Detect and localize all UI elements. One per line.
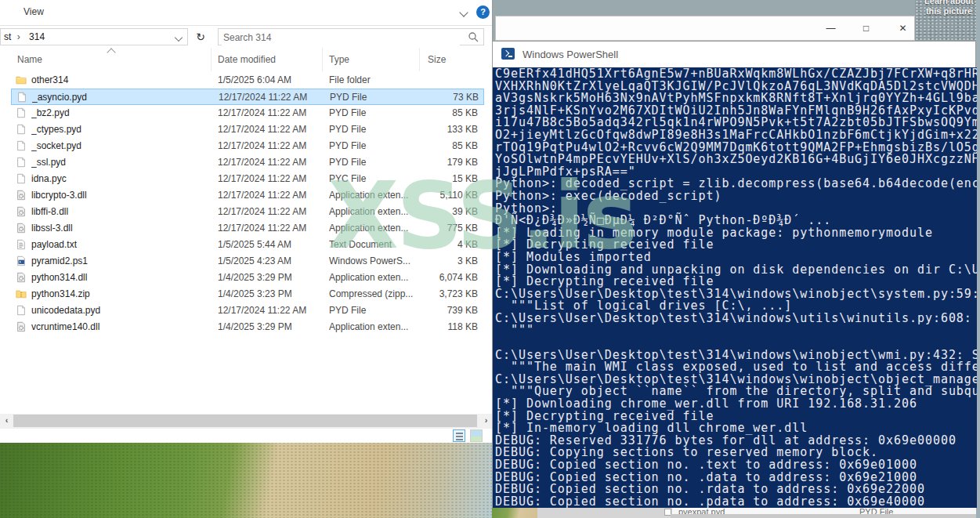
- file-type: PYD File: [329, 124, 420, 135]
- file-size: 3,723 KB: [409, 288, 478, 299]
- file-name: _bz2.pyd: [31, 107, 212, 118]
- file-name: idna.pyc: [31, 173, 212, 184]
- file-date-modified: 12/17/2024 11:22 AM: [218, 140, 326, 151]
- scroll-right-icon[interactable]: ›: [479, 414, 493, 428]
- file-date-modified: 1/5/2025 4:23 AM: [218, 255, 326, 266]
- powershell-icon: [501, 48, 515, 60]
- file-type: Windows PowerS...: [329, 255, 420, 266]
- file-gear-icon: [16, 190, 27, 201]
- fragment-scrollbar[interactable]: [671, 514, 976, 518]
- file-type: Application exten...: [329, 272, 420, 283]
- file-name: payload.txt: [31, 239, 212, 250]
- tab-view[interactable]: View: [24, 6, 44, 17]
- powershell-window: Windows PowerShell C9eERfx41dHQ51Xrt6Agn…: [492, 41, 976, 508]
- file-row[interactable]: unicodedata.pyd12/17/2024 11:22 AMPYD Fi…: [11, 302, 484, 319]
- file-row[interactable]: libcrypto-3.dll12/17/2024 11:22 AMApplic…: [11, 187, 484, 204]
- breadcrumb-parent[interactable]: st: [4, 31, 11, 42]
- file-date-modified: 1/4/2025 3:29 PM: [218, 321, 326, 332]
- column-header-name[interactable]: Name: [0, 48, 212, 71]
- wallpaper-beach: [0, 441, 495, 518]
- address-bar[interactable]: st › 314: [0, 28, 188, 45]
- help-icon[interactable]: ?: [476, 5, 490, 19]
- folder-icon: [16, 74, 27, 85]
- file-date-modified: 1/5/2025 5:44 AM: [218, 239, 326, 250]
- window-fragment-panel: [537, 508, 672, 518]
- file-size: 6,074 KB: [409, 272, 478, 283]
- file-row[interactable]: _socket.pyd12/17/2024 11:22 AMPYD File85…: [11, 138, 484, 154]
- breadcrumb-current[interactable]: 314: [29, 31, 45, 42]
- file-row[interactable]: idna.pyc12/17/2024 11:22 AMPYC File15 KB: [11, 171, 484, 187]
- folder-zip-icon: [16, 288, 27, 299]
- refresh-icon[interactable]: ↻: [191, 28, 210, 45]
- file-date-modified: 12/17/2024 11:22 AM: [218, 223, 326, 234]
- maximize-icon[interactable]: □: [848, 16, 884, 40]
- address-dropdown-icon[interactable]: [175, 34, 183, 42]
- file-row[interactable]: python314.dll1/4/2025 3:29 PMApplication…: [11, 270, 484, 286]
- file-row[interactable]: pyramid2.ps11/5/2025 4:23 AMWindows Powe…: [11, 253, 484, 270]
- file-date-modified: 12/17/2024 11:22 AM: [218, 173, 326, 184]
- file-date-modified: 12/17/2024 11:22 AM: [218, 190, 326, 201]
- file-size: 179 KB: [409, 157, 478, 168]
- file-row[interactable]: python314.zip1/4/2025 3:23 PMCompressed …: [11, 286, 484, 302]
- close-icon[interactable]: ✕: [885, 16, 920, 40]
- file-type: PYD File: [329, 140, 420, 151]
- file-name: pyramid2.ps1: [31, 255, 212, 266]
- column-header-size[interactable]: Size: [420, 48, 484, 71]
- file-icon: [16, 305, 27, 316]
- file-row[interactable]: libffi-8.dll12/17/2024 11:22 AMApplicati…: [11, 204, 484, 220]
- console-output[interactable]: C9eERfx41dHQ51Xrt6AgnE5w7+nBUaRxWqkm8WLh…: [493, 67, 977, 508]
- file-size: 133 KB: [409, 124, 478, 135]
- scroll-left-icon[interactable]: ‹: [0, 414, 13, 428]
- minimize-icon[interactable]: —: [813, 16, 848, 40]
- file-date-modified: 12/17/2024 11:22 AM: [219, 92, 327, 103]
- search-icon: [468, 31, 479, 42]
- file-icon: [16, 92, 27, 103]
- file-name: _ssl.pyd: [31, 157, 212, 168]
- background-file-window-fragment: pyexpat.pyd PYD File: [492, 508, 976, 518]
- details-view-icon[interactable]: [453, 429, 465, 442]
- ribbon-collapse-chevron-icon[interactable]: [461, 7, 467, 18]
- file-date-modified: 12/17/2024 11:22 AM: [218, 305, 326, 316]
- search-input[interactable]: [222, 30, 460, 45]
- horizontal-scrollbar[interactable]: ‹ ›: [0, 414, 493, 428]
- learn-about-picture-label[interactable]: Learn about this picture: [924, 0, 974, 16]
- console-line: C:\Users\User\Desktop\test\314\windows\u…: [495, 313, 977, 325]
- file-size: 775 KB: [409, 223, 478, 234]
- file-date-modified: 1/4/2025 3:23 PM: [218, 288, 326, 299]
- address-row: st › 314 ↻: [0, 26, 492, 48]
- file-row[interactable]: _ctypes.pyd12/17/2024 11:22 AMPYD File13…: [11, 121, 484, 138]
- powershell-titlebar[interactable]: Windows PowerShell: [493, 42, 975, 67]
- file-date-modified: 12/17/2024 11:22 AM: [218, 206, 326, 217]
- file-row[interactable]: _ssl.pyd12/17/2024 11:22 AMPYD File179 K…: [11, 154, 484, 171]
- file-row[interactable]: payload.txt1/5/2025 5:44 AMText Document…: [11, 237, 484, 253]
- file-type: PYD File: [329, 157, 420, 168]
- file-row[interactable]: libssl-3.dll12/17/2024 11:22 AMApplicati…: [11, 220, 484, 237]
- scrollbar-thumb[interactable]: [13, 415, 477, 427]
- file-gear-icon: [16, 272, 27, 283]
- file-type: Compressed (zipp...: [329, 288, 420, 299]
- file-icon: [16, 140, 27, 151]
- column-header-type[interactable]: Type: [323, 48, 420, 71]
- file-type: PYD File: [330, 92, 421, 103]
- ribbon-bar: View ?: [0, 0, 492, 26]
- console-line: """: [495, 324, 977, 337]
- file-row[interactable]: _asyncio.pyd12/17/2024 11:22 AMPYD File7…: [11, 89, 484, 105]
- file-name: libffi-8.dll: [31, 206, 212, 217]
- column-header-date-modified[interactable]: Date modified: [212, 48, 323, 71]
- file-name: python314.zip: [31, 288, 212, 299]
- console-line: Python>: exec(decoded_script): [495, 190, 977, 203]
- file-name: libcrypto-3.dll: [31, 190, 212, 201]
- file-gear-icon: [16, 321, 27, 332]
- background-window-titlebar: — □ ✕: [495, 16, 915, 41]
- file-type: Text Document: [329, 239, 420, 250]
- thumbnail-view-icon[interactable]: [470, 429, 483, 442]
- file-row[interactable]: other3141/5/2025 6:04 AMFile folder: [11, 72, 484, 89]
- file-name: _socket.pyd: [31, 140, 212, 151]
- file-row[interactable]: vcruntime140.dll1/4/2025 3:29 PMApplicat…: [11, 319, 484, 335]
- file-explorer-window: View ? st › 314 ↻ Name Date mo: [0, 0, 493, 443]
- file-name: _asyncio.pyd: [32, 92, 212, 103]
- file-type: Application exten...: [329, 223, 420, 234]
- file-row[interactable]: _bz2.pyd12/17/2024 11:22 AMPYD File85 KB: [11, 105, 484, 121]
- file-size: 85 KB: [409, 107, 478, 118]
- file-type: Application exten...: [329, 190, 420, 201]
